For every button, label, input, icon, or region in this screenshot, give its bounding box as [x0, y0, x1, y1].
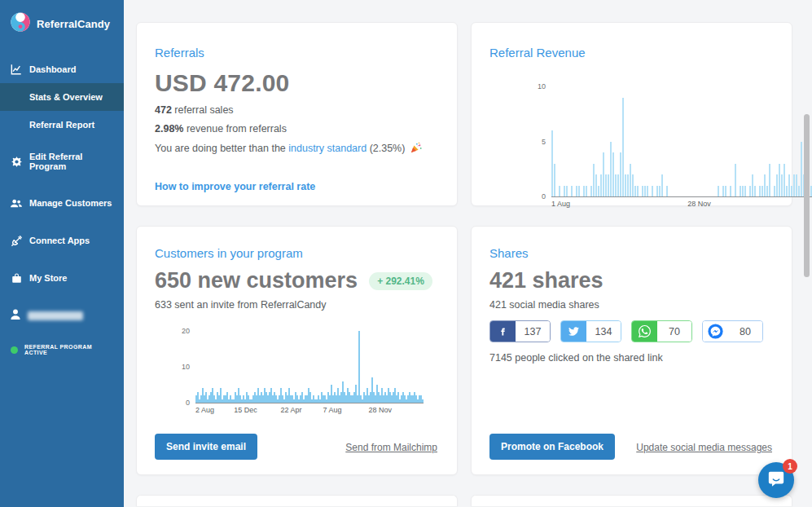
card-title: Shares [489, 246, 772, 260]
customers-chart: 01020 2 Aug15 Dec22 Apr7 Aug28 Nov [176, 332, 437, 415]
chat-unread-badge: 1 [783, 459, 797, 474]
brand-name: ReferralCandy [37, 18, 110, 30]
send-invite-email-button[interactable]: Send invite email [155, 434, 257, 460]
sidebar-item-connect-apps[interactable]: Connect Apps [0, 227, 124, 254]
sidebar: ReferralCandy Dashboard Stats & Overview… [0, 0, 124, 507]
new-customers-headline: 650 new customers [155, 268, 358, 293]
shares-subtext: 421 social media shares [489, 299, 772, 311]
promote-on-facebook-button[interactable]: Promote on Facebook [489, 434, 615, 460]
referralcandy-dashboard: ReferralCandy Dashboard Stats & Overview… [0, 0, 812, 507]
card-title: Referral Revenue [489, 46, 772, 60]
partial-card-right [471, 495, 792, 506]
status-dot-icon [11, 346, 18, 354]
sidebar-item-stats-overview[interactable]: Stats & Overview [0, 83, 124, 111]
messenger-icon [703, 321, 728, 342]
sidebar-item-label: Manage Customers [29, 198, 112, 208]
facebook-share-count[interactable]: 137 [489, 320, 551, 342]
clicks-text: 7145 people clicked on the shared link [489, 352, 772, 364]
plug-icon [11, 235, 22, 246]
messenger-share-count[interactable]: 80 [702, 320, 763, 342]
card-title: Referrals [155, 46, 437, 60]
twitter-icon [561, 321, 586, 342]
growth-badge: + 292.41% [369, 272, 432, 290]
party-popper-icon [410, 142, 422, 156]
sidebar-item-referral-report[interactable]: Referral Report [0, 111, 124, 139]
referral-program-status: REFERRAL PROGRAM ACTIVE [0, 333, 124, 364]
update-social-media-messages-link[interactable]: Update social media messages [636, 442, 772, 453]
shares-card: Shares 421 shares 421 social media share… [471, 226, 792, 475]
whatsapp-icon [632, 321, 657, 342]
sidebar-item-my-store[interactable]: My Store [0, 264, 124, 292]
sidebar-item-label: Stats & Overview [29, 92, 103, 102]
scrollbar-thumb[interactable] [804, 114, 810, 277]
invites-sent-subtext: 633 sent an invite from ReferralCandy [155, 299, 437, 311]
referral-revenue-chart: 0510 1 Aug28 Nov [532, 87, 772, 209]
sidebar-item-label: Dashboard [29, 64, 76, 74]
main-content: Referrals USD 472.00 472 referral sales … [124, 0, 812, 507]
whatsapp-share-count[interactable]: 70 [631, 320, 692, 342]
twitter-share-count[interactable]: 134 [560, 320, 621, 342]
sidebar-item-edit-referral-program[interactable]: Edit Referral Program [0, 143, 124, 179]
user-name-redacted [28, 311, 83, 320]
improve-referral-rate-link[interactable]: How to improve your referral rate [155, 181, 315, 192]
line-chart-icon [11, 64, 22, 75]
chat-bubble-icon [767, 470, 785, 491]
sidebar-item-dashboard[interactable]: Dashboard [0, 55, 124, 83]
sidebar-item-label: Referral Report [29, 120, 94, 130]
referral-revenue-card: Referral Revenue 0510 1 Aug28 Nov [471, 22, 792, 206]
revenue-pct-stat: 2.98% revenue from referrals [155, 123, 437, 134]
sidebar-user[interactable] [0, 298, 124, 333]
facebook-icon [490, 321, 516, 342]
users-icon [11, 197, 22, 209]
user-icon [11, 308, 20, 323]
sidebar-item-label: My Store [29, 273, 67, 283]
send-from-mailchimp-link[interactable]: Send from Mailchimp [345, 442, 437, 453]
referral-revenue-amount: USD 472.00 [155, 69, 437, 97]
chat-launcher-button[interactable]: 1 [758, 462, 794, 498]
sidebar-item-label: Edit Referral Program [29, 152, 116, 171]
sidebar-item-manage-customers[interactable]: Manage Customers [0, 189, 124, 217]
card-title: Customers in your program [155, 246, 437, 260]
referrals-card: Referrals USD 472.00 472 referral sales … [136, 22, 458, 206]
industry-standard-line: You are doing better than the industry s… [155, 142, 437, 156]
brand-logo[interactable]: ReferralCandy [0, 0, 124, 49]
store-icon [11, 272, 22, 284]
gear-icon [11, 156, 22, 167]
shares-headline: 421 shares [489, 268, 604, 293]
share-counts-row: 137 134 70 [489, 320, 772, 342]
referralcandy-swirl-icon [10, 11, 31, 36]
status-label: REFERRAL PROGRAM ACTIVE [24, 344, 116, 355]
referral-sales-stat: 472 referral sales [155, 104, 437, 116]
sidebar-item-label: Connect Apps [29, 236, 90, 245]
industry-standard-link[interactable]: industry standard [288, 143, 366, 154]
partial-card-left [136, 495, 458, 506]
customers-card: Customers in your program 650 new custom… [136, 226, 458, 475]
